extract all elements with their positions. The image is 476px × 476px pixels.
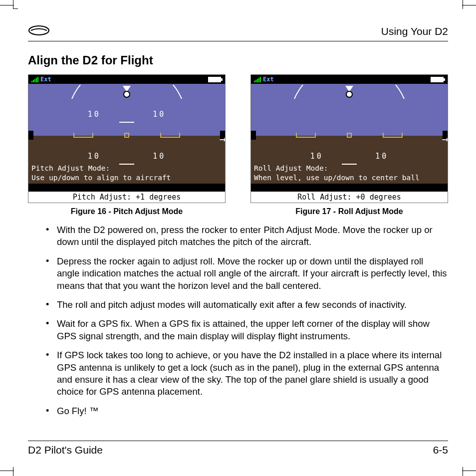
- attitude-indicator-screen: Ext 10 10 → 10 10: [28, 74, 226, 203]
- figure-caption: Figure 16 - Pitch Adjust Mode: [28, 207, 226, 216]
- ext-label: Ext: [263, 76, 274, 83]
- footer-left: D2 Pilot's Guide: [28, 444, 103, 456]
- signal-bars-icon: [31, 76, 38, 82]
- adjust-readout: Roll Adjust: +0 degrees: [251, 192, 448, 203]
- page-number: 6-5: [433, 444, 448, 456]
- horizon-center-icon: [124, 133, 129, 138]
- roll-ball-icon: [346, 91, 353, 98]
- list-item: The roll and pitch adjust modes will aut…: [46, 299, 448, 311]
- instruction-list: With the D2 powered on, press the rocker…: [28, 224, 448, 417]
- battery-icon: [208, 77, 221, 82]
- roll-ball-icon: [123, 91, 130, 98]
- horizon-center-icon: [347, 133, 352, 138]
- page-header: Using Your D2: [28, 25, 448, 41]
- mode-text: Roll Adjust Mode:When level, use up/down…: [254, 164, 445, 183]
- horizon-mark-icon: [160, 133, 180, 138]
- mode-text: Pitch Adjust Mode:Use up/down to align t…: [31, 164, 222, 183]
- list-item: Wait for a GPS fix. When a GPS fix is at…: [46, 318, 448, 342]
- horizon-mark-icon: [383, 133, 403, 138]
- signal-bars-icon: [254, 76, 261, 82]
- battery-icon: [431, 77, 444, 82]
- arrow-icon: →: [442, 133, 448, 145]
- attitude-indicator-screen: Ext → 10 10 Roll Adjust Mode:When l: [250, 74, 448, 203]
- list-item: Go Fly! ™: [46, 405, 448, 417]
- logo-icon: [28, 25, 50, 38]
- list-item: Depress the rocker again to adjust roll.…: [46, 255, 448, 292]
- ext-label: Ext: [40, 76, 51, 83]
- header-title: Using Your D2: [381, 25, 448, 37]
- list-item: If GPS lock takes too long to achieve, o…: [46, 349, 448, 398]
- adjust-readout: Pitch Adjust: +1 degrees: [28, 192, 225, 203]
- list-item: With the D2 powered on, press the rocker…: [46, 224, 448, 248]
- horizon-mark-icon: [73, 133, 93, 138]
- figure-caption: Figure 17 - Roll Adjust Mode: [250, 207, 448, 216]
- section-title: Align the D2 for Flight: [28, 53, 448, 67]
- figure-roll-adjust: Ext → 10 10 Roll Adjust Mode:When l: [250, 74, 448, 216]
- horizon-mark-icon: [296, 133, 316, 138]
- arrow-icon: →: [220, 133, 226, 145]
- figure-pitch-adjust: Ext 10 10 → 10 10: [28, 74, 226, 216]
- page-footer: D2 Pilot's Guide 6-5: [28, 441, 448, 456]
